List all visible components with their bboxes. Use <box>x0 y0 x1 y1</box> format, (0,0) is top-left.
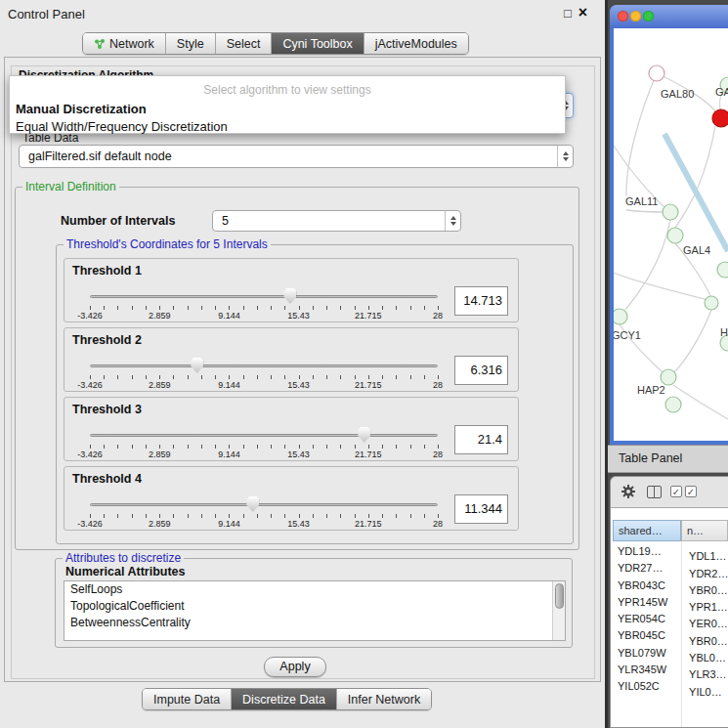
threshold-value-field[interactable]: 21.4 <box>454 425 508 454</box>
control-panel-tab-bar: Network Style Select Cyni Toolbox jActiv… <box>82 32 469 55</box>
cell-shared-name: YER054C <box>613 611 679 627</box>
slider-scale-label: -3.426 <box>77 311 103 321</box>
slider-scale-label: 15.43 <box>287 519 310 529</box>
tab-impute-data[interactable]: Impute Data <box>143 689 232 709</box>
numerical-attributes-list[interactable]: SelfLoops TopologicalCoefficient Between… <box>64 580 566 641</box>
threshold-value-field[interactable]: 14.713 <box>454 286 508 316</box>
table-row[interactable]: YER054C YER0… <box>613 611 728 627</box>
list-item[interactable]: SelfLoops <box>64 581 565 598</box>
tab-label: Style <box>177 37 204 51</box>
network-canvas[interactable]: GAL80GAGAL11GAL4GCY1HHAP2 <box>614 28 728 441</box>
scrollbar-thumb[interactable] <box>555 583 564 609</box>
threshold-slider[interactable] <box>90 427 438 443</box>
slider-scale-labels: -3.4262.8599.14415.4321.71528 <box>90 519 438 529</box>
show-columns-icon[interactable] <box>647 486 662 498</box>
threshold-group: Threshold 2 -3.4262.8599.14415.4321.7152… <box>64 327 519 392</box>
list-item[interactable]: BetweennessCentrality <box>64 615 565 631</box>
float-window-icon[interactable]: □ <box>564 6 572 21</box>
slider-scale-label: 21.715 <box>355 311 382 321</box>
table-row[interactable]: YBR043C YBR0… <box>613 578 728 594</box>
table-row[interactable]: YPR145W YPR1… <box>613 594 728 611</box>
dropdown-item-equal-width-frequency[interactable]: Equal Width/Frequency Discretization <box>10 116 565 134</box>
threshold-value-field[interactable]: 11.344 <box>454 494 508 524</box>
network-edge <box>626 210 663 212</box>
threshold-slider[interactable] <box>90 358 438 373</box>
dropdown-placeholder-item[interactable]: Select algorithm to view settings <box>10 76 565 97</box>
slider-scale-labels: -3.4262.8599.14415.4321.71528 <box>90 450 438 459</box>
tab-cyni-toolbox[interactable]: Cyni Toolbox <box>272 33 364 54</box>
select-all-checkbox-icon[interactable]: ✓ <box>670 486 682 497</box>
dropdown-item-manual-discretization[interactable]: Manual Discretization <box>10 99 565 116</box>
network-node-label: GAL4 <box>683 244 710 256</box>
group-title: Threshold's Coordinates for 5 Intervals <box>64 237 271 251</box>
slider-thumb[interactable] <box>191 358 203 373</box>
threshold-slider[interactable] <box>90 288 438 304</box>
tab-label: Impute Data <box>153 693 220 707</box>
tab-label: Discretize Data <box>242 693 325 707</box>
slider-track[interactable] <box>90 434 438 437</box>
slider-track[interactable] <box>90 364 438 367</box>
slider-thumb[interactable] <box>246 496 259 512</box>
network-node[interactable] <box>712 109 728 127</box>
threshold-group: Threshold 1 -3.4262.8599.14415.4321.7152… <box>64 258 519 322</box>
close-traffic-light-icon[interactable] <box>618 11 628 21</box>
network-node[interactable] <box>667 228 683 243</box>
combo-stepper-icon[interactable] <box>557 146 573 167</box>
threshold-group: Threshold 4 -3.4262.8599.14415.4321.7152… <box>64 466 519 531</box>
network-node-label: GA <box>715 86 728 98</box>
network-node[interactable] <box>649 65 664 81</box>
tab-select[interactable]: Select <box>216 33 273 54</box>
table-row[interactable]: YBL079W YBL0… <box>613 645 728 662</box>
combo-stepper-icon[interactable] <box>445 211 460 231</box>
network-node-label: GAL80 <box>661 88 694 100</box>
slider-track[interactable] <box>90 503 438 506</box>
tab-jactivemodules[interactable]: jActiveModules <box>364 33 468 54</box>
deselect-all-checkbox-icon[interactable]: ✓ <box>685 486 697 497</box>
group-title: Attributes to discretize <box>63 551 184 565</box>
network-node-label: HAP2 <box>637 384 665 396</box>
slider-scale-label: 2.859 <box>149 450 171 459</box>
minimize-traffic-light-icon[interactable] <box>630 11 641 21</box>
cyni-mode-tab-bar: Impute Data Discretize Data Infer Networ… <box>142 688 432 710</box>
gear-icon[interactable] <box>621 484 636 499</box>
table-row[interactable]: YIL052C YIL0… <box>613 678 728 695</box>
column-header[interactable]: shared… <box>613 520 681 541</box>
cell-shared-name: YBL079W <box>613 645 679 662</box>
tab-network[interactable]: Network <box>83 33 166 54</box>
zoom-traffic-light-icon[interactable] <box>643 11 654 21</box>
network-node[interactable] <box>665 397 681 412</box>
network-node[interactable] <box>614 309 627 324</box>
slider-thumb[interactable] <box>358 427 370 443</box>
threshold-value-field[interactable]: 6.316 <box>454 356 508 385</box>
list-item[interactable]: TopologicalCoefficient <box>64 598 565 615</box>
close-icon[interactable]: × <box>578 4 587 21</box>
numerical-attributes-label: Numerical Attributes <box>65 565 185 578</box>
slider-scale-label: 15.43 <box>287 380 310 390</box>
threshold-slider[interactable] <box>90 496 438 512</box>
table-row[interactable]: YDR27… YDR2… <box>613 560 728 577</box>
table-row[interactable]: YBR045C YBR0… <box>613 627 728 644</box>
network-icon <box>94 38 106 50</box>
table-row[interactable]: YDL19… YDL1… <box>613 543 728 560</box>
number-of-intervals-combo[interactable]: 5 <box>212 210 461 232</box>
slider-scale-label: 28 <box>433 380 443 390</box>
network-node[interactable] <box>717 262 728 278</box>
apply-button[interactable]: Apply <box>264 657 326 677</box>
table-data-combo[interactable]: galFiltered.sif default node <box>19 145 574 168</box>
column-header[interactable]: n… <box>681 520 728 541</box>
network-node[interactable] <box>663 204 678 220</box>
combo-value: galFiltered.sif default node <box>20 150 557 163</box>
slider-track[interactable] <box>90 295 438 298</box>
tab-style[interactable]: Style <box>166 33 216 54</box>
network-node[interactable] <box>661 369 676 385</box>
tab-discretize-data[interactable]: Discretize Data <box>232 689 337 709</box>
threshold-label: Threshold 3 <box>72 403 142 416</box>
slider-thumb[interactable] <box>283 288 296 304</box>
table-row[interactable]: YLR345W YLR3… <box>613 662 728 678</box>
slider-scale-label: 28 <box>433 450 443 459</box>
network-window-titlebar[interactable] <box>610 5 728 28</box>
tab-infer-network[interactable]: Infer Network <box>337 689 431 709</box>
table-rows: YDL19… YDL1… YDR27… YDR2… YBR043C YBR0… <box>613 543 728 727</box>
scrollbar[interactable] <box>552 581 565 640</box>
network-node[interactable] <box>705 296 718 310</box>
